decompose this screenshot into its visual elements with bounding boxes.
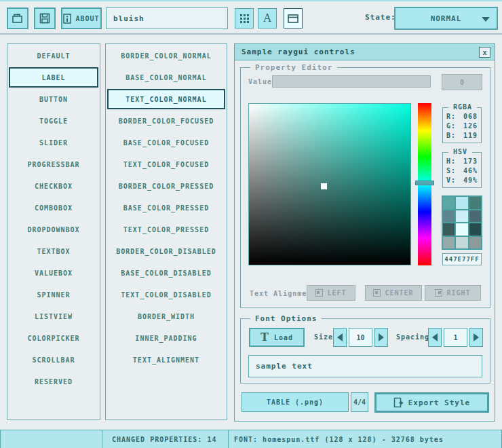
controls-list-item[interactable]: VALUEBOX — [9, 263, 98, 283]
value-v-value: 49% — [463, 176, 478, 184]
controls-list-item[interactable]: DROPDOWNBOX — [9, 219, 98, 240]
rgba-red-row: R: 068 — [446, 113, 478, 120]
properties-list-item[interactable]: TEXT_COLOR_DISABLED — [107, 284, 225, 305]
value-slider[interactable] — [272, 75, 431, 88]
controls-list-item[interactable]: PROGRESSBAR — [9, 154, 98, 174]
control-window-button[interactable] — [284, 8, 303, 29]
controls-list-item[interactable]: DEFAULT — [9, 45, 98, 66]
properties-list-item[interactable]: TEXT_COLOR_PRESSED — [107, 219, 225, 240]
properties-list-item[interactable]: BORDER_COLOR_NORMAL — [107, 45, 225, 66]
style-name-input[interactable] — [106, 7, 228, 29]
hue-slider[interactable] — [418, 103, 431, 265]
rgba-group: RGBA R: 068 G: 126 B: 119 — [442, 107, 482, 143]
properties-list-item[interactable]: TEXT_COLOR_FOCUSED — [107, 154, 225, 174]
controls-list-item[interactable]: TOGGLE — [9, 111, 98, 131]
export-file-icon — [393, 397, 404, 409]
color-picker-panel[interactable] — [248, 103, 411, 265]
export-style-label: Export Style — [408, 398, 470, 407]
palette-swatch[interactable] — [469, 197, 481, 209]
properties-list-item[interactable]: BASE_COLOR_FOCUSED — [107, 132, 225, 153]
controls-list-item[interactable]: SPINNER — [9, 284, 98, 305]
palette-swatch[interactable] — [456, 210, 467, 223]
font-info-text: FONT: homespun.ttf (128 x 128) - 32768 b… — [234, 436, 444, 443]
hsv-value-row: V: 49% — [446, 176, 478, 184]
export-style-button[interactable]: Export Style — [374, 392, 489, 413]
grid-icon — [240, 14, 249, 23]
align-left-button[interactable]: LEFT — [307, 285, 355, 301]
format-pager[interactable]: 4/4 — [351, 392, 368, 412]
controls-list-item[interactable]: RESERVED — [9, 371, 98, 392]
window-close-button[interactable]: x — [479, 47, 490, 58]
controls-list-item[interactable]: TEXTBOX — [9, 241, 98, 261]
spacing-decrease-button[interactable] — [428, 328, 442, 347]
window-titlebar[interactable]: Sample raygui controls x — [235, 44, 495, 60]
size-increase-button[interactable] — [374, 328, 388, 347]
properties-list-item[interactable]: BORDER_COLOR_DISABLED — [107, 241, 225, 261]
rgba-green-row: G: 126 — [446, 122, 478, 130]
properties-list-item[interactable]: INNER_PADDING — [107, 328, 225, 348]
controls-list-item[interactable]: CHECKBOX — [9, 176, 98, 196]
controls-list-item[interactable]: LISTVIEW — [9, 306, 98, 326]
palette-swatch[interactable] — [469, 223, 481, 236]
spacing-value-box[interactable]: 1 — [444, 328, 467, 347]
letter-a-icon: A — [263, 13, 271, 24]
controls-list-item[interactable]: SLIDER — [9, 132, 98, 153]
spacing-increase-button[interactable] — [469, 328, 483, 347]
palette-swatch[interactable] — [469, 237, 481, 249]
controls-list-item[interactable]: SCROLLBAR — [9, 350, 98, 370]
open-file-button[interactable] — [7, 7, 28, 29]
palette-swatch[interactable] — [443, 223, 455, 236]
controls-list-item[interactable]: BUTTON — [9, 89, 98, 109]
hsv-hue-row: H: 173 — [446, 157, 478, 165]
sample-text-box[interactable]: sample text — [248, 355, 482, 377]
palette-swatch[interactable] — [456, 237, 467, 249]
font-options-group-label: Font Options — [250, 314, 322, 323]
controls-list: DEFAULT LABEL BUTTON TOGGLE SLIDER PROGR… — [7, 43, 100, 420]
color-picker-cursor[interactable] — [321, 183, 327, 189]
save-file-button[interactable] — [34, 7, 56, 29]
table-format-button[interactable]: TABLE (.png) — [242, 392, 349, 412]
style-color-palette — [442, 195, 482, 250]
palette-swatch[interactable] — [443, 210, 455, 223]
size-value-box[interactable]: 10 — [349, 328, 372, 347]
hue-value: 173 — [463, 157, 478, 165]
palette-swatch[interactable] — [443, 237, 455, 249]
controls-list-item-selected[interactable]: LABEL — [9, 67, 98, 88]
font-atlas-button[interactable]: A — [258, 8, 277, 29]
properties-list-item[interactable]: BASE_COLOR_DISABLED — [107, 263, 225, 283]
properties-list-item[interactable]: BORDER_COLOR_FOCUSED — [107, 111, 225, 131]
controls-list-item[interactable]: COLORPICKER — [9, 328, 98, 348]
properties-list-item[interactable]: BASE_COLOR_NORMAL — [107, 67, 225, 88]
chevron-right-icon — [379, 333, 384, 341]
hex-color-value[interactable]: 447E77FF — [442, 253, 482, 265]
align-center-button[interactable]: CENTER — [365, 285, 422, 301]
state-dropdown-value: NORMAL — [431, 14, 462, 23]
value-button-label: 0 — [460, 79, 464, 86]
controls-list-item[interactable]: COMBOBOX — [9, 198, 98, 218]
align-right-label: RIGHT — [446, 289, 470, 297]
rgba-blue-row: B: 119 — [446, 132, 478, 139]
hsv-saturation-row: S: 46% — [446, 167, 478, 174]
properties-list-item[interactable]: TEXT_ALIGNMENT — [107, 350, 225, 370]
size-decrease-button[interactable] — [333, 328, 347, 347]
red-label: R: — [446, 113, 456, 120]
hsv-group: HSV H: 173 S: 46% V: 49% — [442, 152, 482, 188]
state-dropdown[interactable]: NORMAL — [394, 7, 498, 30]
properties-list-item[interactable]: BASE_COLOR_PRESSED — [107, 198, 225, 218]
align-left-label: LEFT — [327, 289, 346, 297]
grid-view-button[interactable] — [235, 8, 254, 29]
red-value: 068 — [463, 113, 478, 120]
properties-list-item-selected[interactable]: TEXT_COLOR_NORMAL — [107, 89, 225, 109]
align-right-button[interactable]: RIGHT — [425, 285, 481, 301]
hue-slider-handle[interactable] — [415, 181, 434, 185]
properties-list-item[interactable]: BORDER_WIDTH — [107, 306, 225, 326]
palette-swatch[interactable] — [443, 197, 455, 209]
palette-swatch[interactable] — [469, 210, 481, 223]
dropdown-arrow-icon — [482, 17, 490, 22]
properties-list-item[interactable]: BORDER_COLOR_PRESSED — [107, 176, 225, 196]
palette-swatch[interactable] — [456, 197, 467, 209]
value-button[interactable]: 0 — [442, 74, 482, 90]
load-font-button[interactable]: T Load — [249, 328, 305, 347]
about-button[interactable]: ABOUT — [61, 7, 102, 29]
palette-swatch[interactable] — [456, 223, 467, 236]
